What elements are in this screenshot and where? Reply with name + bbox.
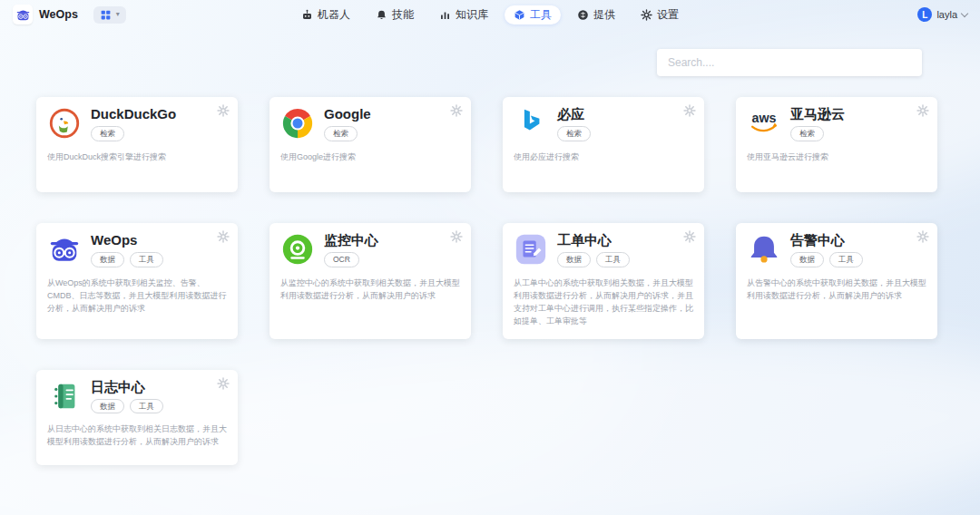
card-settings-gear-icon[interactable] [683, 230, 696, 243]
card-settings-gear-icon[interactable] [450, 230, 463, 243]
tool-card-alert-center[interactable]: 告警中心 数据工具 从告警中心的系统中获取到相关数据，并且大模型利用读数据进行分… [736, 223, 937, 339]
skill-icon [376, 9, 387, 21]
bing-logo [514, 106, 548, 141]
card-settings-gear-icon[interactable] [916, 104, 929, 117]
nav-item-tools[interactable]: 工具 [505, 5, 561, 24]
tool-card-log-center[interactable]: 日志中心 数据工具 从日志中心的系统中获取到相关日志数据，并且大模型利用读数据进… [36, 370, 238, 465]
tool-card-bing[interactable]: 必应 检索 使用必应进行搜索 [503, 97, 704, 192]
card-description: 使用DuckDuck搜索引擎进行搜索 [47, 151, 227, 164]
nav-item-settings[interactable]: 设置 [632, 5, 688, 24]
card-tag: 数据 [557, 252, 591, 267]
ticket-center-logo [514, 232, 548, 267]
card-description: 从工单中心的系统中获取到相关数据，并且大模型利用读数据进行分析，从而解决用户的诉… [514, 277, 693, 328]
apps-grid-icon [100, 9, 112, 21]
weops-logo [47, 232, 82, 267]
tools-icon [514, 9, 525, 21]
card-tag: 检索 [324, 126, 358, 141]
card-tags: 数据工具 [91, 252, 163, 267]
card-title: WeOps [91, 232, 163, 248]
card-settings-gear-icon[interactable] [916, 230, 929, 243]
card-tag: 工具 [130, 399, 163, 414]
settings-icon [641, 9, 652, 21]
card-title: 亚马逊云 [790, 106, 845, 122]
card-tags: 数据工具 [557, 252, 630, 267]
card-title: 日志中心 [91, 379, 163, 395]
search-bar [0, 29, 980, 76]
tool-card-google[interactable]: Google 检索 使用Google进行搜索 [270, 97, 471, 192]
card-description: 从WeOps的系统中获取到相关监控、告警、CMDB、日志等数据，并且大模型利用读… [47, 277, 227, 316]
user-name: layla [936, 9, 957, 20]
nav-label: 提供 [593, 9, 615, 20]
card-tag: 检索 [557, 126, 591, 141]
card-tag: 数据 [91, 252, 124, 267]
card-tags: 检索 [324, 126, 371, 141]
tool-card-aws[interactable]: aws 亚马逊云 检索 使用亚马逊云进行搜索 [736, 97, 937, 192]
card-description: 从日志中心的系统中获取到相关日志数据，并且大模型利用读数据进行分析，从而解决用户… [47, 423, 227, 449]
card-header: 告警中心 数据工具 [747, 232, 926, 267]
card-title: Google [324, 106, 371, 122]
google-logo [280, 106, 315, 141]
nav-item-knowledge-base[interactable]: 知识库 [430, 5, 497, 24]
card-tag: 工具 [130, 252, 163, 267]
search-input[interactable] [657, 49, 922, 76]
log-center-logo [47, 379, 82, 413]
knowledge-icon [439, 9, 451, 21]
card-header: 必应 检索 [514, 106, 693, 141]
card-header: aws 亚马逊云 检索 [747, 106, 926, 141]
card-tags: 检索 [557, 126, 591, 141]
card-settings-gear-icon[interactable] [450, 104, 463, 117]
card-title: DuckDuckGo [91, 106, 176, 122]
user-menu[interactable]: L layla [917, 0, 967, 29]
card-header: DuckDuckGo 检索 [47, 106, 227, 141]
tool-card-weops[interactable]: WeOps 数据工具 从WeOps的系统中获取到相关监控、告警、CMDB、日志等… [36, 223, 238, 339]
card-settings-gear-icon[interactable] [217, 230, 230, 243]
card-tags: OCR [324, 252, 378, 267]
card-tags: 数据工具 [91, 399, 163, 414]
card-header: Google 检索 [280, 106, 460, 141]
tool-card-duckduckgo[interactable]: DuckDuckGo 检索 使用DuckDuck搜索引擎进行搜索 [36, 97, 238, 192]
aws-logo: aws [747, 106, 781, 141]
card-description: 使用Google进行搜索 [280, 151, 460, 164]
nav-item-robot[interactable]: 机器人 [292, 5, 359, 24]
card-title: 必应 [557, 106, 591, 122]
card-description: 从告警中心的系统中获取到相关数据，并且大模型利用读数据进行分析，从而解决用户的诉… [747, 277, 926, 303]
brand: WeOps ▾ [13, 5, 126, 24]
alert-center-logo [747, 232, 781, 267]
card-settings-gear-icon[interactable] [683, 104, 696, 117]
card-title: 工单中心 [557, 232, 630, 248]
card-description: 从监控中心的系统中获取到相关数据，并且大模型利用读数据进行分析，从而解决用户的诉… [280, 277, 460, 303]
nav-label: 知识库 [456, 9, 488, 20]
tool-card-monitor-center[interactable]: 监控中心 OCR 从监控中心的系统中获取到相关数据，并且大模型利用读数据进行分析… [270, 223, 471, 339]
main-nav: 机器人技能知识库工具提供设置 [292, 0, 688, 29]
nav-label: 设置 [657, 9, 679, 20]
nav-label: 工具 [530, 9, 552, 20]
top-nav: WeOps ▾ 机器人技能知识库工具提供设置 L layla [0, 0, 980, 29]
tool-card-grid: DuckDuckGo 检索 使用DuckDuck搜索引擎进行搜索 Google … [36, 97, 944, 465]
card-tag: 数据 [790, 252, 824, 267]
card-tag: 数据 [91, 399, 124, 414]
card-tags: 检索 [91, 126, 176, 141]
card-tag: 检索 [790, 126, 824, 141]
nav-item-skills[interactable]: 技能 [367, 5, 423, 24]
workspace-switcher[interactable]: ▾ [93, 6, 126, 24]
nav-label: 技能 [392, 9, 414, 20]
card-title: 监控中心 [324, 232, 378, 248]
monitor-center-logo [280, 232, 315, 267]
card-tag: 检索 [91, 126, 124, 141]
card-settings-gear-icon[interactable] [217, 377, 230, 390]
card-title: 告警中心 [790, 232, 863, 248]
chevron-down-icon: ▾ [116, 11, 120, 18]
card-tags: 数据工具 [790, 252, 863, 267]
avatar: L [917, 7, 932, 22]
brand-name: WeOps [39, 8, 78, 21]
nav-item-provide[interactable]: 提供 [568, 5, 624, 24]
robot-icon [301, 9, 313, 21]
weops-logo-icon [13, 5, 33, 24]
card-description: 使用必应进行搜索 [514, 151, 693, 164]
tool-card-ticket-center[interactable]: 工单中心 数据工具 从工单中心的系统中获取到相关数据，并且大模型利用读数据进行分… [503, 223, 704, 339]
svg-text:aws: aws [752, 111, 777, 125]
provide-icon [577, 9, 589, 21]
duckduckgo-logo [47, 106, 82, 141]
card-settings-gear-icon[interactable] [217, 104, 230, 117]
card-description: 使用亚马逊云进行搜索 [747, 151, 926, 164]
